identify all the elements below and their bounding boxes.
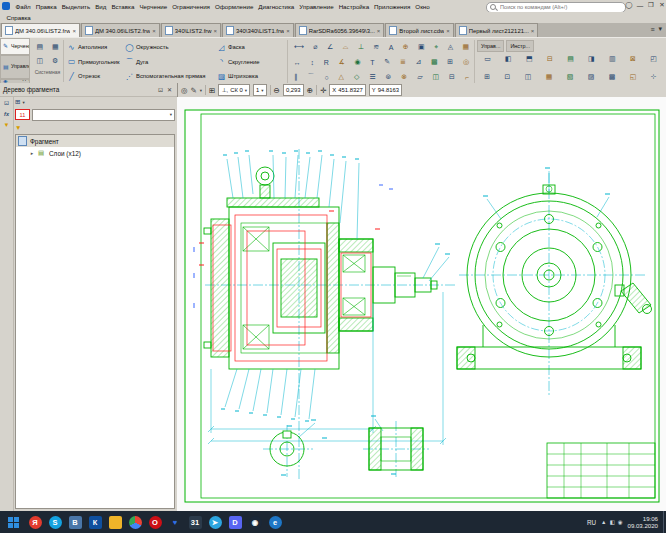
geometry-tool-button[interactable]: ▭ Прямоугольник <box>65 55 123 70</box>
minimize-button[interactable]: — <box>636 2 644 9</box>
start-button[interactable] <box>2 513 24 531</box>
document-tab[interactable]: Первый лист212121... × <box>455 23 539 37</box>
tbi[interactable]: ◱ <box>630 73 637 81</box>
tbi[interactable]: ⌖ <box>434 43 438 51</box>
coordinate-system-select[interactable]: ⊥, СК 0 ▾ <box>218 84 250 96</box>
menu-item[interactable]: Управление <box>297 3 336 10</box>
layer-combo[interactable]: ▾ <box>32 109 175 121</box>
tbi[interactable]: ⊹ <box>651 73 657 81</box>
menu-item[interactable]: Вид <box>93 3 109 10</box>
tbi[interactable]: △ <box>339 73 344 81</box>
user-icon[interactable]: ◯ <box>625 1 633 9</box>
refresh-view-icon[interactable]: ◎ <box>181 86 188 95</box>
zoom-in-icon[interactable]: ⊕ <box>307 86 313 95</box>
tbi[interactable]: ⌒ <box>307 72 314 82</box>
document-tab[interactable]: Второй лист.cdw × <box>385 23 453 37</box>
document-tab[interactable]: ДМ 340.06\LIST2.frw × <box>81 23 160 37</box>
menu-item[interactable]: Вставка <box>109 3 137 10</box>
menu-item[interactable]: Настройка <box>336 3 371 10</box>
geometry-tool-button[interactable]: ◝ Скругление <box>215 55 287 70</box>
tbi[interactable]: ⟷ <box>294 43 304 51</box>
tbi[interactable]: A <box>389 44 394 51</box>
tbi[interactable]: ⊥ <box>358 43 364 51</box>
tbi[interactable]: ▩ <box>431 58 438 66</box>
tree-filter-icon[interactable]: ▼ <box>15 124 21 131</box>
tab-close-icon[interactable]: × <box>446 28 450 34</box>
tbi[interactable]: ∠ <box>327 43 333 51</box>
sys-icon[interactable]: ◫ <box>36 57 43 65</box>
menu-item[interactable]: Окно <box>413 3 432 10</box>
document-tab[interactable]: 340\LIST2.frw × <box>161 23 221 37</box>
rp-label[interactable]: Инстр... <box>506 40 534 52</box>
tbi[interactable]: ≣ <box>400 58 406 66</box>
taskbar-app-button[interactable]: К <box>87 514 103 530</box>
sys-icon[interactable]: ▤ <box>36 43 43 51</box>
tbi[interactable]: ⊜ <box>385 73 391 81</box>
tbi[interactable]: T <box>370 59 374 66</box>
pin-tool-icon[interactable]: ⊡ <box>4 99 9 106</box>
tree-node-fragment[interactable]: Фрагмент <box>16 135 174 147</box>
drawing-canvas[interactable] <box>177 97 666 511</box>
maximize-button[interactable]: ❐ <box>647 1 655 9</box>
taskbar-app-button[interactable]: ♥ <box>167 514 183 530</box>
tbi[interactable]: ◰ <box>650 55 657 63</box>
taskbar-app-button[interactable]: ◉ <box>247 514 263 530</box>
menu-item[interactable]: Выделить <box>59 3 93 10</box>
clock[interactable]: 19:06 09.03.2020 <box>628 515 659 530</box>
tbi[interactable]: ↕ <box>311 59 315 66</box>
tbi[interactable]: ◨ <box>588 55 595 63</box>
menu-item[interactable]: Ограничения <box>170 3 213 10</box>
document-tab[interactable]: 340\340\LIST1.frw × <box>222 23 294 37</box>
language-indicator[interactable]: RU <box>587 519 596 526</box>
tray-icon[interactable]: ▲ <box>601 519 606 525</box>
tbi[interactable]: ⊡ <box>504 73 510 81</box>
tbi[interactable]: ⬒ <box>526 55 533 63</box>
taskbar-app-button[interactable] <box>127 514 143 530</box>
taskbar-app-button[interactable]: ➤ <box>207 514 223 530</box>
tab-close-icon[interactable]: × <box>286 28 290 34</box>
command-search[interactable] <box>486 2 626 13</box>
tbi[interactable]: ◇ <box>354 73 359 81</box>
tab-close-icon[interactable]: × <box>72 28 76 34</box>
tbi[interactable]: ▥ <box>609 55 616 63</box>
layer-select[interactable]: 1 ▾ <box>253 84 267 96</box>
tbi[interactable]: ☰ <box>369 73 375 81</box>
tbi[interactable]: ⌓ <box>343 43 349 51</box>
tbi[interactable]: ∡ <box>339 58 345 66</box>
tbi[interactable]: ⊕ <box>403 43 409 51</box>
tbi[interactable]: ○ <box>324 74 328 81</box>
tbi[interactable]: ⊞ <box>447 58 453 66</box>
panel-pin-icon[interactable]: ⊡ <box>156 86 165 93</box>
tree-view-caret-icon[interactable]: ▾ <box>22 100 24 105</box>
rp-label[interactable]: Управ... <box>477 40 504 52</box>
grid-toggle-icon[interactable]: ⊞ <box>209 86 215 95</box>
tab-close-icon[interactable]: × <box>531 28 535 34</box>
tab-menu-caret-icon[interactable]: ▾ <box>658 25 662 33</box>
tbi[interactable]: ⌀ <box>313 43 317 51</box>
fx-variables-icon[interactable]: fx <box>4 111 9 117</box>
tbi[interactable]: ✎ <box>384 58 390 66</box>
tbi[interactable]: ▱ <box>417 73 422 81</box>
document-tab[interactable]: RarSDRa6056.39649\3... × <box>295 23 385 37</box>
menu-item[interactable]: Оформление <box>212 3 255 10</box>
taskbar-app-button[interactable]: S <box>47 514 63 530</box>
tbi[interactable]: ◉ <box>355 58 361 66</box>
taskbar-app-button[interactable]: Я <box>27 514 43 530</box>
geometry-tool-button[interactable]: ⋰ Вспомогательная прямая <box>123 69 215 84</box>
taskbar-app-button[interactable]: e <box>267 514 283 530</box>
panel-close-icon[interactable]: ✕ <box>165 86 174 93</box>
zoom-out-icon[interactable]: ⊖ <box>274 86 280 95</box>
tbi[interactable]: ◧ <box>505 55 512 63</box>
technical-drawing[interactable] <box>177 97 666 511</box>
current-layer-badge[interactable]: 11 <box>15 109 30 120</box>
geometry-tool-button[interactable]: ◯ Окружность <box>123 40 215 55</box>
taskbar-app-button[interactable]: D <box>227 514 243 530</box>
tbi[interactable]: ◫ <box>432 73 439 81</box>
tbi[interactable]: ▣ <box>418 43 425 51</box>
tbi[interactable]: ▤ <box>567 55 574 63</box>
tbi[interactable]: ∥ <box>294 73 298 81</box>
zoom-value-box[interactable]: 0,293 <box>283 84 304 96</box>
sys-icon[interactable]: ▦ <box>52 43 59 51</box>
document-tab[interactable]: ДМ 340.06\LIST2.frw × <box>1 23 80 37</box>
menu-item[interactable]: Правка <box>33 3 59 10</box>
